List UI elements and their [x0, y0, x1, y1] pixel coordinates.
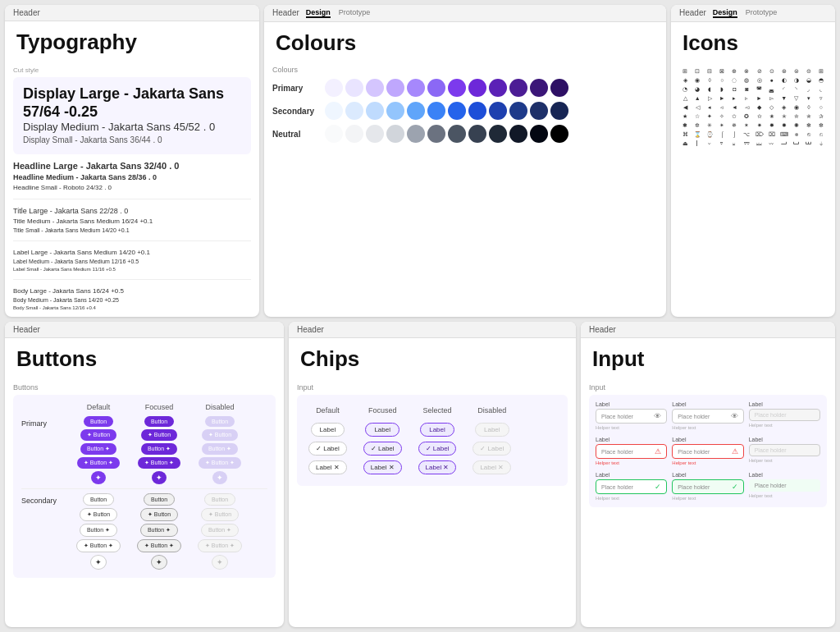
input-field-4[interactable]: Place holder ⚠: [596, 444, 667, 459]
icon-cell[interactable]: ◈: [778, 103, 790, 112]
chip-selected-check[interactable]: ✓ Label: [418, 442, 457, 456]
colour-swatch[interactable]: [550, 125, 568, 143]
colour-swatch[interactable]: [345, 102, 363, 120]
icon-cell[interactable]: ◎: [753, 76, 765, 85]
icon-cell[interactable]: ⊡: [692, 67, 703, 76]
icon-cell[interactable]: ⊠: [716, 67, 728, 76]
colour-swatch[interactable]: [366, 79, 384, 97]
icon-cell[interactable]: ✼: [815, 121, 827, 130]
colour-swatch[interactable]: [489, 79, 507, 97]
icon-cell[interactable]: ○: [815, 103, 827, 112]
icon-cell[interactable]: ⊞: [679, 67, 691, 76]
icon-cell[interactable]: ▷: [704, 94, 715, 103]
tab-design[interactable]: Design: [713, 8, 737, 18]
icon-cell[interactable]: ◒: [803, 76, 815, 85]
icon-cell[interactable]: ◌: [728, 76, 740, 85]
icon-cell[interactable]: ●: [766, 76, 778, 85]
secondary-focused-icon-right-btn[interactable]: Button ✦: [140, 524, 178, 537]
colour-swatch[interactable]: [509, 102, 527, 120]
input-field-2[interactable]: Place holder 👁: [672, 409, 743, 424]
icon-cell[interactable]: ⌧: [766, 131, 778, 139]
primary-focused-icon-btn[interactable]: ✦ Button: [141, 429, 177, 441]
chip-selected-plain[interactable]: Label: [420, 423, 454, 437]
icon-cell[interactable]: ⊞: [815, 67, 827, 76]
colour-swatch[interactable]: [550, 102, 568, 120]
chip-default-close[interactable]: Label ✕: [308, 460, 347, 474]
icon-cell[interactable]: ○: [716, 76, 728, 85]
icon-cell[interactable]: ☆: [692, 112, 703, 121]
colour-swatch[interactable]: [448, 102, 466, 120]
input-field-5[interactable]: Place holder ⚠: [672, 444, 743, 459]
icon-cell[interactable]: ⊙: [766, 67, 778, 76]
primary-focused-btn[interactable]: Button: [144, 416, 174, 427]
icon-cell[interactable]: ✵: [728, 121, 740, 130]
colour-swatch[interactable]: [407, 79, 425, 97]
icon-cell[interactable]: ◆: [753, 103, 765, 112]
icon-cell[interactable]: ✰: [815, 112, 827, 121]
icon-cell[interactable]: ⏚: [815, 140, 827, 148]
colour-swatch[interactable]: [345, 79, 363, 97]
secondary-focused-icon-only-btn[interactable]: ✦: [151, 555, 167, 570]
icon-cell[interactable]: ✩: [728, 112, 740, 121]
icon-cell[interactable]: ⏔: [741, 140, 752, 148]
colour-swatch[interactable]: [325, 79, 343, 97]
icon-cell[interactable]: ✶: [741, 121, 752, 130]
colour-swatch[interactable]: [468, 102, 486, 120]
chip-default-plain[interactable]: Label: [311, 423, 345, 437]
icon-cell[interactable]: ⊜: [791, 67, 802, 76]
icon-cell[interactable]: ◀: [679, 103, 691, 112]
icon-cell[interactable]: ◅: [741, 103, 752, 112]
icon-cell[interactable]: ✧: [716, 112, 728, 121]
icon-cell[interactable]: ◍: [741, 76, 752, 85]
colour-swatch[interactable]: [448, 79, 466, 97]
icon-cell[interactable]: ▼: [778, 94, 790, 103]
primary-focused-icon-btn2[interactable]: ✦ Button ✦: [138, 457, 180, 469]
colour-swatch[interactable]: [468, 79, 486, 97]
secondary-default-icon-btn2[interactable]: ✦ Button ✦: [76, 539, 121, 552]
colour-swatch[interactable]: [325, 102, 343, 120]
icon-cell[interactable]: ⌠: [716, 131, 728, 139]
icon-cell[interactable]: ◊: [704, 76, 715, 85]
colour-swatch[interactable]: [386, 125, 404, 143]
icon-cell[interactable]: ✫: [753, 112, 765, 121]
colour-swatch[interactable]: [530, 125, 548, 143]
icon-cell[interactable]: ◟: [815, 85, 827, 94]
chip-focused-close[interactable]: Label ✕: [363, 460, 402, 474]
icon-cell[interactable]: ◚: [753, 85, 765, 94]
icon-cell[interactable]: ⏏: [679, 140, 691, 148]
colour-swatch[interactable]: [509, 79, 527, 97]
icon-cell[interactable]: ◈: [679, 76, 691, 85]
icon-cell[interactable]: ⊝: [803, 67, 815, 76]
secondary-default-btn[interactable]: Button: [83, 493, 114, 506]
icon-cell[interactable]: ✱: [679, 121, 691, 130]
colour-swatch[interactable]: [509, 125, 527, 143]
icon-cell[interactable]: ⊘: [753, 67, 765, 76]
colour-swatch[interactable]: [427, 102, 445, 120]
icon-cell[interactable]: ⊟: [704, 67, 715, 76]
icon-cell[interactable]: ⌘: [679, 131, 691, 139]
colour-swatch[interactable]: [366, 102, 384, 120]
icon-cell[interactable]: ▹: [741, 94, 752, 103]
icon-cell[interactable]: ◑: [791, 76, 802, 85]
tab-prototype[interactable]: Prototype: [746, 8, 778, 18]
icon-cell[interactable]: ✭: [778, 112, 790, 121]
icon-cell[interactable]: ◐: [778, 76, 790, 85]
colour-swatch[interactable]: [386, 79, 404, 97]
icon-cell[interactable]: ⏗: [778, 140, 790, 148]
icon-cell[interactable]: ◖: [704, 85, 715, 94]
icon-cell[interactable]: ◉: [791, 103, 802, 112]
primary-focused-icon-only-btn[interactable]: ✦: [152, 471, 167, 484]
icon-cell[interactable]: ✸: [766, 121, 778, 130]
icon-cell[interactable]: ⌨: [778, 131, 790, 139]
colour-swatch[interactable]: [345, 125, 363, 143]
icon-cell[interactable]: ◛: [766, 85, 778, 94]
icon-cell[interactable]: ⏑: [704, 140, 715, 148]
icon-cell[interactable]: ⏐: [692, 140, 703, 148]
icon-cell[interactable]: ✳: [704, 121, 715, 130]
primary-default-btn[interactable]: Button: [84, 416, 113, 427]
icon-cell[interactable]: ⏒: [716, 140, 728, 148]
icon-cell[interactable]: ◞: [803, 85, 815, 94]
chip-focused-check[interactable]: ✓ Label: [363, 442, 402, 456]
colour-swatch[interactable]: [468, 125, 486, 143]
input-field-1[interactable]: Place holder 👁: [596, 409, 667, 424]
